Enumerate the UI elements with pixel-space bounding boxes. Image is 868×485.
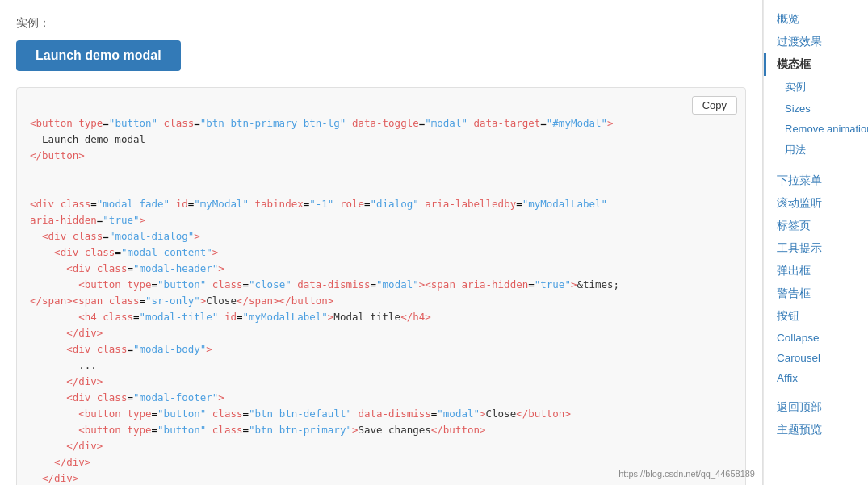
sidebar-item-0[interactable]: 概览 [764, 8, 868, 31]
code-block-wrapper: Copy <button type="button" class="btn bt… [16, 87, 746, 485]
sidebar-item-4[interactable]: Sizes [764, 98, 868, 119]
sidebar-item-13[interactable]: 警告框 [764, 282, 868, 305]
launch-demo-modal-button[interactable]: Launch demo modal [16, 40, 181, 71]
sidebar-item-6[interactable]: 用法 [764, 139, 868, 161]
sidebar-item-12[interactable]: 弹出框 [764, 260, 868, 282]
sidebar-item-16[interactable]: Carousel [764, 348, 868, 368]
sidebar-item-14[interactable]: 按钮 [764, 305, 868, 328]
main-content: 实例： Launch demo modal Copy <button type=… [0, 0, 763, 485]
sidebar-item-15[interactable]: Collapse [764, 328, 868, 348]
sidebar-item-2[interactable]: 模态框 [764, 53, 868, 76]
copy-button[interactable]: Copy [692, 96, 737, 115]
sidebar-item-20[interactable]: 主题预览 [764, 419, 868, 441]
sidebar-item-8[interactable]: 下拉菜单 [764, 169, 868, 192]
sidebar-divider [764, 388, 868, 396]
url-bar: https://blog.csdn.net/qq_44658189 [619, 469, 755, 479]
sidebar-item-17[interactable]: Affix [764, 368, 868, 388]
sidebar: 概览过渡效果模态框实例SizesRemove animation用法下拉菜单滚动… [763, 0, 868, 485]
sidebar-item-11[interactable]: 工具提示 [764, 237, 868, 260]
code-block: <button type="button" class="btn btn-pri… [30, 99, 732, 485]
example-label: 实例： [16, 16, 746, 31]
sidebar-item-5[interactable]: Remove animation [764, 119, 868, 139]
sidebar-divider [764, 161, 868, 169]
sidebar-item-19[interactable]: 返回顶部 [764, 396, 868, 419]
sidebar-item-3[interactable]: 实例 [764, 76, 868, 98]
sidebar-item-10[interactable]: 标签页 [764, 215, 868, 237]
sidebar-item-9[interactable]: 滚动监听 [764, 192, 868, 215]
sidebar-item-1[interactable]: 过渡效果 [764, 31, 868, 53]
